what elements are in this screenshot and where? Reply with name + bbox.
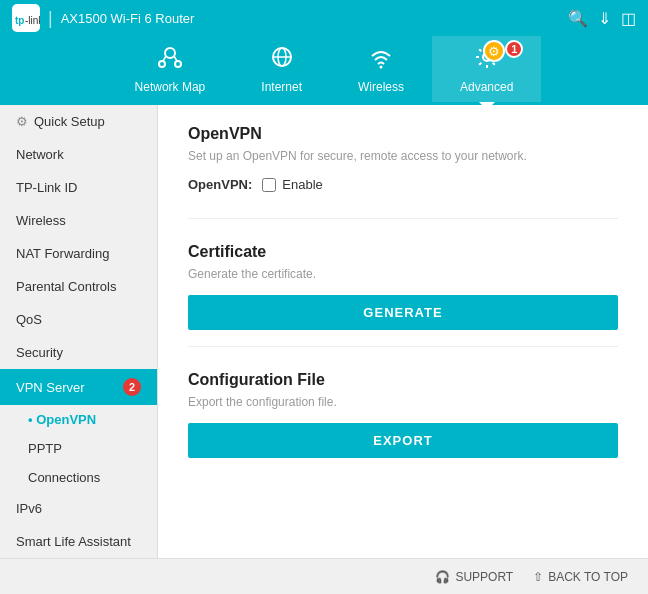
svg-point-5 [175,61,181,67]
section-certificate: Certificate Generate the certificate. GE… [188,243,618,347]
sidebar-item-quick-setup[interactable]: ⚙ Quick Setup [0,105,157,138]
sidebar-label-ipv6: IPv6 [16,501,42,516]
sidebar-item-network[interactable]: Network [0,138,157,171]
sidebar-item-security[interactable]: Security [0,336,157,369]
advanced-badge: 1 [505,40,523,58]
section-openvpn: OpenVPN Set up an OpenVPN for secure, re… [188,125,618,219]
sidebar: ⚙ Quick Setup Network TP-Link ID Wireles… [0,105,158,591]
sidebar-item-nat-forwarding[interactable]: NAT Forwarding [0,237,157,270]
content-area: OpenVPN Set up an OpenVPN for secure, re… [158,105,648,591]
sidebar-label-wireless: Wireless [16,213,66,228]
sidebar-label-smart-life: Smart Life Assistant [16,534,131,549]
vpn-server-badge: 2 [123,378,141,396]
openvpn-row: OpenVPN: Enable [188,177,618,192]
wireless-icon [368,44,394,76]
sidebar-label-parental-controls: Parental Controls [16,279,116,294]
generate-button[interactable]: GENERATE [188,295,618,330]
sidebar-label-openvpn: OpenVPN [36,412,96,427]
svg-point-11 [380,66,383,69]
user-icon[interactable]: ◫ [621,9,636,28]
tab-network-map[interactable]: Network Map [107,36,234,102]
back-to-top-label: BACK TO TOP [548,570,628,584]
sidebar-item-vpn-server[interactable]: VPN Server 2 [0,369,157,405]
sidebar-item-ipv6[interactable]: IPv6 [0,492,157,525]
quick-setup-icon: ⚙ [16,114,28,129]
sidebar-item-qos[interactable]: QoS [0,303,157,336]
back-to-top-link[interactable]: ⇧ BACK TO TOP [533,570,628,584]
support-link[interactable]: 🎧 SUPPORT [435,570,513,584]
support-icon: 🎧 [435,570,450,584]
gear-badge: ⚙ [483,40,505,62]
config-file-desc: Export the configuration file. [188,395,618,409]
nav-tabs: Network Map Internet Wireless ⚙ 1 [0,36,648,105]
openvpn-enable-label: Enable [282,177,322,192]
svg-line-6 [163,56,166,61]
sidebar-label-qos: QoS [16,312,42,327]
download-icon[interactable]: ⇓ [598,9,611,28]
sidebar-item-connections[interactable]: Connections [0,463,157,492]
router-label: AX1500 Wi-Fi 6 Router [61,11,195,26]
tab-advanced[interactable]: ⚙ 1 Advanced [432,36,541,102]
sidebar-label-nat-forwarding: NAT Forwarding [16,246,109,261]
header-icons: 🔍 ⇓ ◫ [568,9,636,28]
svg-point-4 [159,61,165,67]
section-config-file: Configuration File Export the configurat… [188,371,618,474]
svg-line-7 [174,56,177,61]
sidebar-item-openvpn[interactable]: OpenVPN [0,405,157,434]
tab-wireless[interactable]: Wireless [330,36,432,102]
certificate-title: Certificate [188,243,618,261]
search-icon[interactable]: 🔍 [568,9,588,28]
openvpn-field-label: OpenVPN: [188,177,252,192]
sidebar-item-tplink-id[interactable]: TP-Link ID [0,171,157,204]
openvpn-desc: Set up an OpenVPN for secure, remote acc… [188,149,618,163]
sidebar-label-security: Security [16,345,63,360]
sidebar-item-wireless[interactable]: Wireless [0,204,157,237]
footer: 🎧 SUPPORT ⇧ BACK TO TOP [0,558,648,594]
openvpn-enable-checkbox[interactable] [262,178,276,192]
header-divider: | [48,8,53,29]
network-map-icon [157,44,183,76]
sidebar-label-vpn-server: VPN Server [16,380,85,395]
config-file-title: Configuration File [188,371,618,389]
internet-icon [269,44,295,76]
certificate-desc: Generate the certificate. [188,267,618,281]
openvpn-enable-area: Enable [262,177,322,192]
sidebar-item-pptp[interactable]: PPTP [0,434,157,463]
tab-internet-label: Internet [261,80,302,94]
tab-internet[interactable]: Internet [233,36,330,102]
main-layout: ⚙ Quick Setup Network TP-Link ID Wireles… [0,105,648,591]
export-button[interactable]: EXPORT [188,423,618,458]
sidebar-item-smart-life[interactable]: Smart Life Assistant [0,525,157,558]
sidebar-label-tplink-id: TP-Link ID [16,180,77,195]
support-label: SUPPORT [455,570,513,584]
sidebar-label-quick-setup: Quick Setup [34,114,105,129]
header: tp -link | AX1500 Wi-Fi 6 Router 🔍 ⇓ ◫ [0,0,648,36]
svg-text:-link: -link [25,15,40,26]
sidebar-item-parental-controls[interactable]: Parental Controls [0,270,157,303]
tab-network-map-label: Network Map [135,80,206,94]
tplink-logo: tp -link [12,4,40,32]
svg-text:tp: tp [15,15,24,26]
tab-wireless-label: Wireless [358,80,404,94]
tab-advanced-label: Advanced [460,80,513,94]
sidebar-label-network: Network [16,147,64,162]
openvpn-title: OpenVPN [188,125,618,143]
logo-area: tp -link | AX1500 Wi-Fi 6 Router [12,4,194,32]
sidebar-label-connections: Connections [28,470,100,485]
sidebar-label-pptp: PPTP [28,441,62,456]
back-to-top-icon: ⇧ [533,570,543,584]
